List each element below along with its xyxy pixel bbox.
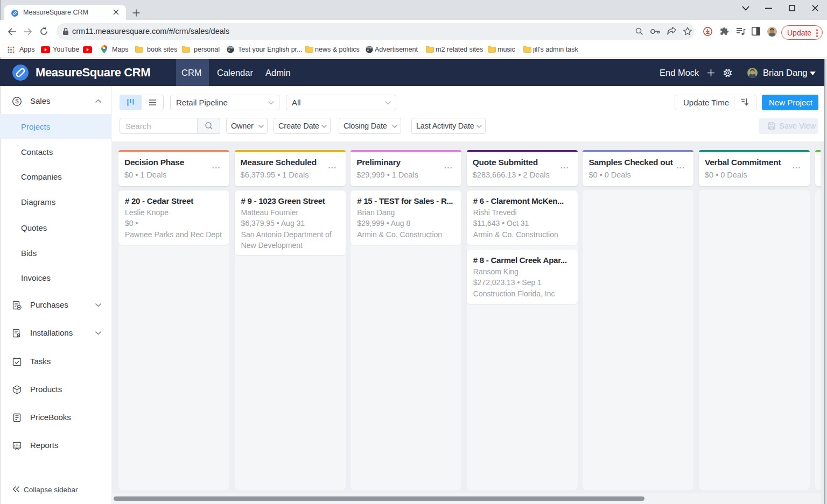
- svg-text:$: $: [15, 98, 18, 104]
